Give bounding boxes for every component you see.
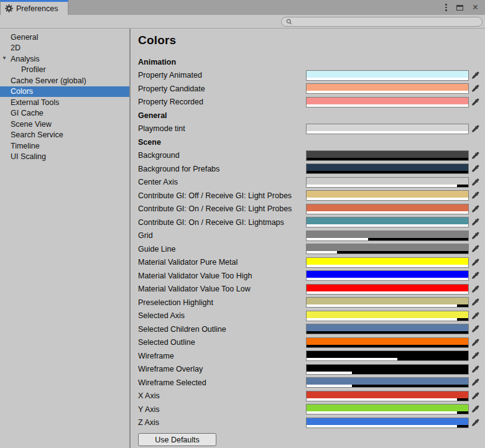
eyedropper-icon[interactable]	[469, 245, 481, 253]
color-row-label: Guide Line	[138, 245, 306, 254]
eyedropper-icon[interactable]	[469, 325, 481, 333]
search-field[interactable]	[281, 17, 483, 27]
search-input[interactable]	[295, 18, 478, 25]
swatch-color-area	[307, 124, 468, 131]
swatch-alpha-bar	[307, 171, 468, 173]
eyedropper-icon[interactable]	[469, 178, 481, 186]
contribute-gi-off-receive-gi-light-probes-color-swatch[interactable]	[306, 190, 469, 201]
sidebar-item-gi-cache[interactable]: GI Cache	[0, 108, 129, 119]
playmode-tint-color-swatch[interactable]	[306, 124, 469, 134]
eyedropper-icon[interactable]	[469, 339, 481, 347]
eyedropper-icon[interactable]	[469, 258, 481, 267]
property-recorded-color-swatch[interactable]	[306, 97, 469, 107]
kebab-menu-icon[interactable]	[445, 4, 447, 11]
color-row-property-candidate: Property Candidate	[138, 82, 485, 96]
property-candidate-color-swatch[interactable]	[306, 83, 469, 94]
sidebar-item-colors[interactable]: Colors	[0, 86, 129, 98]
selected-outline-color-swatch[interactable]	[306, 337, 469, 348]
eyedropper-icon[interactable]	[469, 232, 481, 240]
eyedropper-icon[interactable]	[469, 405, 481, 413]
selected-axis-color-swatch[interactable]	[306, 311, 469, 321]
wireframe-overlay-color-swatch[interactable]	[306, 364, 469, 375]
sidebar-item-search-service[interactable]: Search Service	[0, 130, 129, 141]
eyedropper-icon[interactable]	[469, 419, 481, 427]
wireframe-color-swatch[interactable]	[306, 350, 469, 361]
color-row-label: Contribute GI: Off / Receive GI: Light P…	[138, 191, 306, 200]
eyedropper-icon[interactable]	[469, 71, 481, 80]
z-axis-color-swatch[interactable]	[306, 418, 469, 428]
swatch-color-area	[307, 231, 468, 238]
swatch-alpha-bar	[307, 278, 468, 280]
sidebar-item-ui-scaling[interactable]: UI Scaling	[0, 152, 129, 163]
maximize-icon[interactable]	[456, 5, 463, 11]
swatch-alpha-bar	[307, 251, 468, 254]
eyedropper-icon[interactable]	[469, 365, 481, 373]
eyedropper-icon[interactable]	[469, 392, 481, 400]
sidebar-item-label: Cache Server (global)	[11, 76, 86, 85]
preselection-highlight-color-swatch[interactable]	[306, 297, 469, 308]
color-row-guide-line: Guide Line	[138, 242, 485, 256]
eyedropper-icon[interactable]	[469, 312, 481, 320]
property-animated-color-swatch[interactable]	[306, 70, 469, 81]
sidebar-item-scene-view[interactable]: Scene View	[0, 119, 129, 130]
y-axis-color-swatch[interactable]	[306, 404, 469, 414]
material-validator-pure-metal-color-swatch[interactable]	[306, 257, 469, 268]
sidebar-item-label: Scene View	[11, 120, 52, 129]
background-color-swatch[interactable]	[306, 150, 469, 161]
eyedropper-icon[interactable]	[469, 218, 481, 226]
color-row-label: Background	[138, 151, 306, 160]
swatch-alpha-bar	[307, 304, 468, 307]
swatch-alpha-bar	[307, 385, 468, 387]
eyedropper-icon[interactable]	[469, 152, 481, 160]
sidebar-item-2d[interactable]: 2D	[0, 43, 129, 54]
section-header-scene: Scene	[138, 135, 485, 149]
color-row-preselection-highlight: Preselection Highlight	[138, 296, 485, 309]
eyedropper-icon[interactable]	[469, 205, 481, 213]
eyedropper-icon[interactable]	[469, 378, 481, 386]
color-row-label: Background for Prefabs	[138, 165, 306, 173]
color-row-material-validator-value-too-low: Material Validator Value Too Low	[138, 283, 485, 296]
use-defaults-button[interactable]: Use Defaults	[138, 433, 216, 446]
eyedropper-icon[interactable]	[469, 98, 481, 106]
eyedropper-icon[interactable]	[469, 165, 481, 173]
eyedropper-icon[interactable]	[469, 191, 481, 199]
sidebar-item-profiler[interactable]: Profiler	[0, 65, 129, 76]
color-row-material-validator-value-too-high: Material Validator Value Too High	[138, 269, 485, 283]
color-row-label: Material Validator Pure Metal	[138, 258, 306, 267]
sidebar-item-analysis[interactable]: ▼Analysis	[0, 53, 129, 65]
eyedropper-icon[interactable]	[469, 272, 481, 280]
guide-line-color-swatch[interactable]	[306, 244, 469, 254]
close-icon[interactable]: ×	[473, 2, 478, 12]
material-validator-value-too-high-color-swatch[interactable]	[306, 270, 469, 281]
color-row-property-animated: Property Animated	[138, 69, 485, 83]
sidebar-item-timeline[interactable]: Timeline	[0, 140, 129, 152]
eyedropper-icon[interactable]	[469, 352, 481, 360]
swatch-alpha-bar	[307, 224, 468, 227]
contribute-gi-on-receive-gi-lightmaps-color-swatch[interactable]	[306, 217, 469, 227]
tab-preferences[interactable]: Preferences	[0, 0, 68, 15]
grid-color-swatch[interactable]	[306, 231, 469, 241]
sidebar-item-general[interactable]: General	[0, 32, 129, 43]
material-validator-value-too-low-color-swatch[interactable]	[306, 284, 469, 295]
eyedropper-icon[interactable]	[469, 285, 481, 293]
sidebar-item-label: Timeline	[11, 142, 40, 150]
selected-children-outline-color-swatch[interactable]	[306, 324, 469, 334]
color-row-label: Center Axis	[138, 178, 306, 186]
eyedropper-icon[interactable]	[469, 298, 481, 306]
swatch-color-area	[307, 258, 468, 265]
color-row-selected-outline: Selected Outline	[138, 336, 485, 350]
swatch-alpha-bar	[307, 238, 468, 240]
eyedropper-icon[interactable]	[469, 85, 481, 93]
sidebar-item-cache-server-global[interactable]: Cache Server (global)	[0, 75, 129, 86]
eyedropper-icon[interactable]	[469, 125, 481, 133]
contribute-gi-on-receive-gi-light-probes-color-swatch[interactable]	[306, 204, 469, 214]
swatch-color-area	[307, 84, 468, 91]
background-for-prefabs-color-swatch[interactable]	[306, 163, 469, 174]
swatch-alpha-bar	[307, 211, 468, 214]
expander-icon[interactable]: ▼	[2, 56, 7, 61]
center-axis-color-swatch[interactable]	[306, 177, 469, 188]
x-axis-color-swatch[interactable]	[306, 391, 469, 401]
sidebar-item-external-tools[interactable]: External Tools	[0, 97, 129, 108]
wireframe-selected-color-swatch[interactable]	[306, 377, 469, 388]
content: General2D▼AnalysisProfilerCache Server (…	[0, 29, 485, 448]
